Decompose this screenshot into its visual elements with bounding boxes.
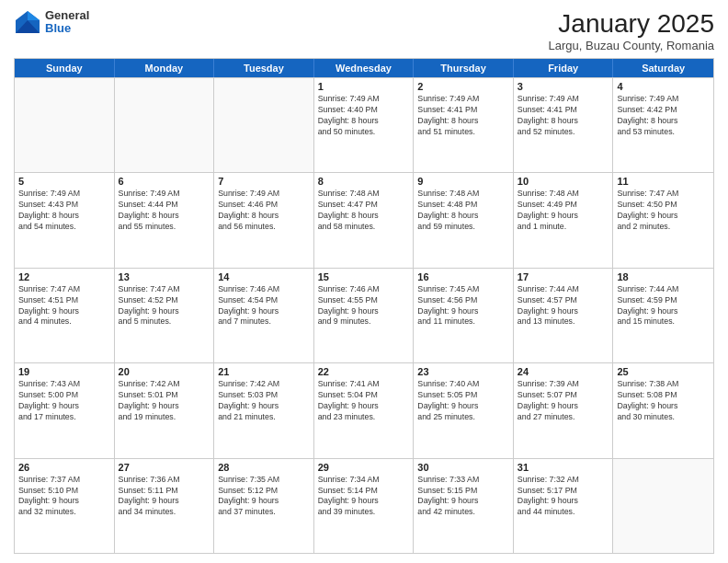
calendar-row-3: 12Sunrise: 7:47 AM Sunset: 4:51 PM Dayli…	[15, 268, 713, 362]
day-info: Sunrise: 7:48 AM Sunset: 4:48 PM Dayligh…	[417, 189, 509, 233]
day-number: 21	[218, 366, 310, 377]
day-cell-10: 10Sunrise: 7:48 AM Sunset: 4:49 PM Dayli…	[514, 173, 614, 267]
header: General Blue January 2025 Largu, Buzau C…	[14, 9, 714, 52]
day-cell-17: 17Sunrise: 7:44 AM Sunset: 4:57 PM Dayli…	[514, 269, 614, 362]
weekday-header-monday: Monday	[115, 59, 215, 77]
day-cell-24: 24Sunrise: 7:39 AM Sunset: 5:07 PM Dayli…	[514, 363, 614, 457]
empty-cell	[214, 78, 314, 172]
day-info: Sunrise: 7:35 AM Sunset: 5:12 PM Dayligh…	[218, 475, 310, 519]
day-number: 2	[417, 81, 509, 92]
day-cell-25: 25Sunrise: 7:38 AM Sunset: 5:08 PM Dayli…	[613, 363, 713, 457]
title-block: January 2025 Largu, Buzau County, Romani…	[549, 9, 714, 52]
svg-marker-1	[28, 11, 40, 20]
day-info: Sunrise: 7:42 AM Sunset: 5:01 PM Dayligh…	[119, 379, 210, 423]
day-cell-13: 13Sunrise: 7:47 AM Sunset: 4:52 PM Dayli…	[115, 269, 215, 362]
day-number: 25	[617, 366, 710, 377]
day-number: 16	[417, 271, 509, 282]
empty-cell	[613, 459, 713, 553]
day-cell-14: 14Sunrise: 7:46 AM Sunset: 4:54 PM Dayli…	[214, 269, 314, 362]
day-cell-22: 22Sunrise: 7:41 AM Sunset: 5:04 PM Dayli…	[314, 363, 415, 457]
day-info: Sunrise: 7:43 AM Sunset: 5:00 PM Dayligh…	[18, 379, 110, 423]
day-number: 3	[518, 81, 609, 92]
day-cell-27: 27Sunrise: 7:36 AM Sunset: 5:11 PM Dayli…	[115, 459, 215, 553]
day-number: 12	[18, 271, 110, 282]
calendar-row-5: 26Sunrise: 7:37 AM Sunset: 5:10 PM Dayli…	[15, 458, 713, 553]
day-info: Sunrise: 7:40 AM Sunset: 5:05 PM Dayligh…	[417, 379, 509, 423]
day-info: Sunrise: 7:49 AM Sunset: 4:44 PM Dayligh…	[119, 189, 210, 233]
day-cell-12: 12Sunrise: 7:47 AM Sunset: 4:51 PM Dayli…	[15, 269, 115, 362]
day-cell-26: 26Sunrise: 7:37 AM Sunset: 5:10 PM Dayli…	[15, 459, 115, 553]
weekday-header-wednesday: Wednesday	[314, 59, 415, 77]
day-number: 11	[617, 176, 710, 187]
day-info: Sunrise: 7:44 AM Sunset: 4:59 PM Dayligh…	[617, 284, 710, 328]
day-cell-20: 20Sunrise: 7:42 AM Sunset: 5:01 PM Dayli…	[115, 363, 215, 457]
day-cell-2: 2Sunrise: 7:49 AM Sunset: 4:41 PM Daylig…	[414, 78, 514, 172]
day-info: Sunrise: 7:47 AM Sunset: 4:51 PM Dayligh…	[18, 284, 110, 328]
day-info: Sunrise: 7:46 AM Sunset: 4:54 PM Dayligh…	[218, 284, 310, 328]
day-info: Sunrise: 7:47 AM Sunset: 4:52 PM Dayligh…	[119, 284, 210, 328]
day-number: 10	[518, 176, 609, 187]
calendar-body: 1Sunrise: 7:49 AM Sunset: 4:40 PM Daylig…	[15, 77, 713, 553]
day-cell-7: 7Sunrise: 7:49 AM Sunset: 4:46 PM Daylig…	[214, 173, 314, 267]
day-cell-1: 1Sunrise: 7:49 AM Sunset: 4:40 PM Daylig…	[314, 78, 415, 172]
day-info: Sunrise: 7:47 AM Sunset: 4:50 PM Dayligh…	[617, 189, 710, 233]
day-info: Sunrise: 7:39 AM Sunset: 5:07 PM Dayligh…	[518, 379, 609, 423]
day-cell-30: 30Sunrise: 7:33 AM Sunset: 5:15 PM Dayli…	[414, 459, 514, 553]
day-info: Sunrise: 7:41 AM Sunset: 5:04 PM Dayligh…	[318, 379, 410, 423]
logo-general: General	[45, 9, 89, 22]
calendar-row-1: 1Sunrise: 7:49 AM Sunset: 4:40 PM Daylig…	[15, 77, 713, 172]
logo: General Blue	[14, 9, 89, 36]
day-number: 18	[617, 271, 710, 282]
day-number: 13	[119, 271, 210, 282]
day-cell-23: 23Sunrise: 7:40 AM Sunset: 5:05 PM Dayli…	[414, 363, 514, 457]
day-number: 19	[18, 366, 110, 377]
day-number: 26	[18, 462, 110, 473]
day-number: 17	[518, 271, 609, 282]
day-info: Sunrise: 7:49 AM Sunset: 4:46 PM Dayligh…	[218, 189, 310, 233]
day-cell-21: 21Sunrise: 7:42 AM Sunset: 5:03 PM Dayli…	[214, 363, 314, 457]
calendar: SundayMondayTuesdayWednesdayThursdayFrid…	[14, 58, 714, 554]
day-cell-9: 9Sunrise: 7:48 AM Sunset: 4:48 PM Daylig…	[414, 173, 514, 267]
day-number: 9	[417, 176, 509, 187]
weekday-header-tuesday: Tuesday	[214, 59, 314, 77]
day-info: Sunrise: 7:49 AM Sunset: 4:41 PM Dayligh…	[417, 94, 509, 138]
day-info: Sunrise: 7:36 AM Sunset: 5:11 PM Dayligh…	[119, 475, 210, 519]
day-info: Sunrise: 7:32 AM Sunset: 5:17 PM Dayligh…	[518, 475, 609, 519]
day-number: 31	[518, 462, 609, 473]
day-info: Sunrise: 7:45 AM Sunset: 4:56 PM Dayligh…	[417, 284, 509, 328]
logo-text: General Blue	[45, 9, 89, 36]
day-cell-18: 18Sunrise: 7:44 AM Sunset: 4:59 PM Dayli…	[613, 269, 713, 362]
day-cell-28: 28Sunrise: 7:35 AM Sunset: 5:12 PM Dayli…	[214, 459, 314, 553]
day-info: Sunrise: 7:49 AM Sunset: 4:41 PM Dayligh…	[518, 94, 609, 138]
day-number: 22	[318, 366, 410, 377]
logo-blue: Blue	[45, 22, 89, 35]
day-info: Sunrise: 7:48 AM Sunset: 4:47 PM Dayligh…	[318, 189, 410, 233]
calendar-header: SundayMondayTuesdayWednesdayThursdayFrid…	[15, 59, 713, 77]
weekday-header-thursday: Thursday	[414, 59, 514, 77]
day-info: Sunrise: 7:42 AM Sunset: 5:03 PM Dayligh…	[218, 379, 310, 423]
day-cell-3: 3Sunrise: 7:49 AM Sunset: 4:41 PM Daylig…	[514, 78, 614, 172]
day-number: 6	[119, 176, 210, 187]
day-cell-31: 31Sunrise: 7:32 AM Sunset: 5:17 PM Dayli…	[514, 459, 614, 553]
page: General Blue January 2025 Largu, Buzau C…	[0, 0, 728, 563]
day-info: Sunrise: 7:48 AM Sunset: 4:49 PM Dayligh…	[518, 189, 609, 233]
day-cell-6: 6Sunrise: 7:49 AM Sunset: 4:44 PM Daylig…	[115, 173, 215, 267]
month-title: January 2025	[549, 9, 714, 39]
day-cell-16: 16Sunrise: 7:45 AM Sunset: 4:56 PM Dayli…	[414, 269, 514, 362]
calendar-row-2: 5Sunrise: 7:49 AM Sunset: 4:43 PM Daylig…	[15, 172, 713, 267]
day-number: 8	[318, 176, 410, 187]
day-info: Sunrise: 7:49 AM Sunset: 4:40 PM Dayligh…	[318, 94, 410, 138]
empty-cell	[15, 78, 115, 172]
day-info: Sunrise: 7:38 AM Sunset: 5:08 PM Dayligh…	[617, 379, 710, 423]
day-cell-29: 29Sunrise: 7:34 AM Sunset: 5:14 PM Dayli…	[314, 459, 415, 553]
calendar-row-4: 19Sunrise: 7:43 AM Sunset: 5:00 PM Dayli…	[15, 362, 713, 457]
day-number: 15	[318, 271, 410, 282]
weekday-header-saturday: Saturday	[613, 59, 713, 77]
day-number: 28	[218, 462, 310, 473]
logo-icon	[14, 9, 41, 35]
day-number: 14	[218, 271, 310, 282]
day-cell-19: 19Sunrise: 7:43 AM Sunset: 5:00 PM Dayli…	[15, 363, 115, 457]
day-info: Sunrise: 7:46 AM Sunset: 4:55 PM Dayligh…	[318, 284, 410, 328]
day-number: 23	[417, 366, 509, 377]
day-info: Sunrise: 7:37 AM Sunset: 5:10 PM Dayligh…	[18, 475, 110, 519]
